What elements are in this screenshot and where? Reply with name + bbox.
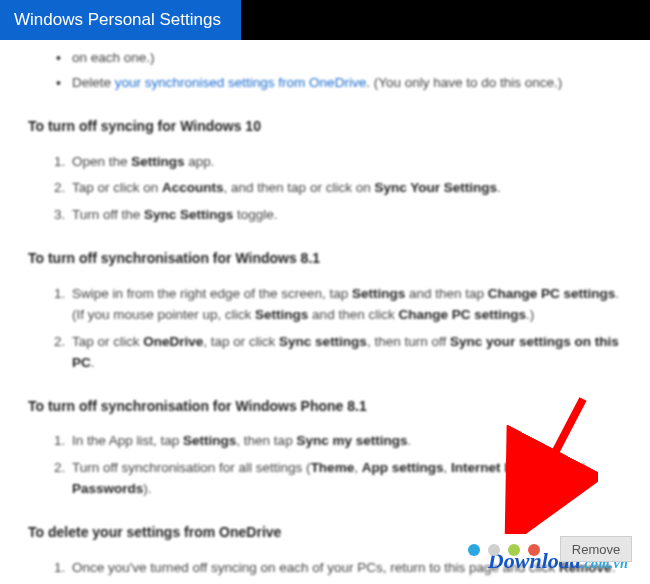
content-area: on each one.) Delete your synchronised s… [0,40,650,584]
heading-wp81: To turn off synchronisation for Windows … [28,396,622,418]
heading-delete-onedrive: To delete your settings from OneDrive [28,522,622,544]
titlebar: Windows Personal Settings [0,0,650,40]
list-item: 1.Open the Settings app. [28,152,622,173]
list-item: 2.Tap or click on Accounts, and then tap… [28,178,622,199]
intro-delete-item: Delete your synchronised settings from O… [28,73,622,94]
page-title: Windows Personal Settings [14,10,221,30]
title-tab: Windows Personal Settings [0,0,241,40]
heading-win10: To turn off syncing for Windows 10 [28,116,622,138]
list-item: 1.Swipe in from the right edge of the sc… [28,284,622,326]
intro-line1: on each one.) [28,48,622,69]
list-item: 2.Turn off synchronisation for all setti… [28,458,622,500]
delete-settings-link[interactable]: your synchronised settings from OneDrive [115,75,366,90]
heading-win81: To turn off synchronisation for Windows … [28,248,622,270]
list-item: 2.Tap or click OneDrive, tap or click Sy… [28,332,622,374]
remove-button[interactable]: Remove [560,536,632,562]
list-item: 1.In the App list, tap Settings, then ta… [28,431,622,452]
list-item: 3.Turn off the Sync Settings toggle. [28,205,622,226]
list-item: 1.Once you've turned off syncing on each… [28,558,622,579]
